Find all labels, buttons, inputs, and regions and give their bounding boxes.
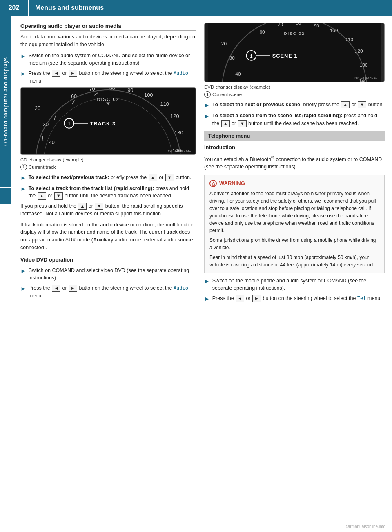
dvd-current-scene-label: Current scene bbox=[212, 92, 242, 97]
bullet-rapid-text: To select a track from the track list (r… bbox=[29, 185, 196, 200]
warning-box: △ WARNING A driver's attention to the ro… bbox=[204, 175, 385, 273]
bullet-arrow-mobile: ► bbox=[204, 277, 210, 286]
cd-caption: CD changer display (example) bbox=[20, 157, 196, 162]
prev-btn-tel: ◄ bbox=[236, 295, 244, 302]
dvd-current-scene: 1 Current scene bbox=[204, 91, 385, 98]
header-title: Menus and submenus bbox=[29, 4, 104, 11]
bullet-arrow-scene-list: ► bbox=[204, 112, 210, 121]
down-btn-info: ▼ bbox=[95, 203, 103, 210]
warning-text-2: Some jurisdictions prohibit the driver f… bbox=[209, 237, 379, 251]
side-tab: On-board computer and displays bbox=[0, 16, 11, 187]
up-btn-info: ▲ bbox=[78, 203, 87, 210]
bullet-press-audio: ► Press the ◄ or ► button on the steerin… bbox=[20, 69, 196, 85]
up-btn-scene-list: ▲ bbox=[221, 120, 230, 127]
svg-text:SCENE 1: SCENE 1 bbox=[272, 53, 298, 59]
up-btn-scene: ▲ bbox=[341, 101, 350, 108]
svg-text:1: 1 bbox=[68, 121, 70, 126]
header-bar: 202 Menus and submenus bbox=[0, 0, 392, 16]
audio-menu-label: Audio bbox=[174, 70, 188, 76]
audio-menu-video: Audio bbox=[174, 285, 188, 291]
warning-text-3: Bear in mind that at a speed of just 30 … bbox=[209, 254, 379, 268]
down-btn-scene-list: ▼ bbox=[238, 120, 247, 127]
down-btn-rapid: ▼ bbox=[54, 192, 63, 199]
tel-menu-label: Tel bbox=[357, 295, 366, 301]
bullet-arrow-video1: ► bbox=[20, 267, 26, 275]
video-section-title: Video DVD operation bbox=[20, 257, 196, 264]
svg-text:DISC 02: DISC 02 bbox=[284, 31, 305, 36]
bullet-video-switch: ► Switch on COMAND and select video DVD … bbox=[20, 267, 196, 282]
side-marker bbox=[0, 188, 11, 204]
svg-text:120: 120 bbox=[170, 113, 179, 119]
bullet-scene-list: ► To select a scene from the scene list … bbox=[204, 112, 385, 127]
page-number: 202 bbox=[0, 0, 29, 16]
svg-text:P54.32-88-7731: P54.32-88-7731 bbox=[168, 149, 191, 152]
bullet-select-scene-text: To select the next or previous scene: br… bbox=[212, 101, 385, 109]
prev-btn-icon: ◄ bbox=[52, 70, 60, 77]
cd-track-label: TRACK 3 bbox=[90, 120, 116, 126]
down-btn-icon: ▼ bbox=[165, 174, 174, 181]
svg-text:130: 130 bbox=[360, 62, 368, 68]
bullet-press-audio-text: Press the ◄ or ► button on the steering … bbox=[29, 69, 196, 85]
svg-text:80: 80 bbox=[296, 23, 301, 26]
svg-text:20: 20 bbox=[35, 105, 40, 111]
svg-text:70: 70 bbox=[278, 23, 283, 27]
dvd-display-image: 20 30 40 50 60 70 80 90 100 110 120 130 … bbox=[204, 23, 385, 82]
scene-circle-num: 1 bbox=[204, 91, 211, 98]
track-circle-num: 1 bbox=[20, 164, 27, 170]
warning-title: △ WARNING bbox=[209, 179, 379, 188]
svg-text:20: 20 bbox=[221, 41, 227, 47]
svg-text:P54.32-88-4831: P54.32-88-4831 bbox=[354, 76, 377, 80]
bullet-press-tel-text: Press the ◄ or ► button on the steering … bbox=[212, 295, 385, 302]
down-btn-scene: ▼ bbox=[358, 101, 366, 108]
introduction-title: Introduction bbox=[204, 144, 385, 152]
svg-text:130: 130 bbox=[174, 129, 183, 135]
bullet-rapid-scroll: ► To select a track from the track list … bbox=[20, 185, 196, 200]
cd-disc-label: DISC 02 bbox=[97, 96, 120, 101]
cd-gauge-svg: 20 30 40 50 60 70 80 90 100 110 120 130 … bbox=[21, 88, 196, 154]
cd-current-track: 1 Current track bbox=[20, 164, 196, 170]
svg-text:80: 80 bbox=[109, 88, 115, 91]
section-title: Operating audio player or audio media bbox=[20, 23, 196, 31]
svg-text:40: 40 bbox=[49, 139, 55, 145]
bullet-select-track: ► To select the next/previous track: bri… bbox=[20, 174, 196, 182]
intro-paragraph: You can establish a Bluetooth® connectio… bbox=[204, 154, 385, 171]
telephone-menu-header: Telephone menu bbox=[204, 131, 385, 141]
bullet-switch-mobile-text: Switch on the mobile phone and audio sys… bbox=[212, 277, 385, 293]
next-btn-icon: ► bbox=[69, 70, 77, 77]
watermark: carmanualsonline.info bbox=[346, 524, 385, 529]
right-column: 20 30 40 50 60 70 80 90 100 110 120 130 … bbox=[204, 23, 385, 306]
svg-text:60: 60 bbox=[260, 29, 265, 35]
cd-current-track-label: Current track bbox=[29, 165, 56, 170]
bullet-arrow-video2: ► bbox=[20, 284, 26, 293]
next-btn-video: ► bbox=[69, 285, 77, 292]
next-btn-tel: ► bbox=[252, 295, 261, 302]
bullet-arrow-icon2: ► bbox=[20, 69, 26, 78]
svg-text:1: 1 bbox=[250, 54, 252, 58]
up-btn-rapid: ▲ bbox=[38, 192, 46, 199]
svg-text:90: 90 bbox=[314, 23, 320, 29]
prev-btn-video: ◄ bbox=[52, 285, 60, 292]
bullet-scene-list-text: To select a scene from the scene list (r… bbox=[212, 112, 385, 127]
info-text-rapid: If you press and hold the ▲ or ▼ button,… bbox=[20, 202, 196, 218]
left-column: Operating audio player or audio media Au… bbox=[20, 23, 196, 306]
bullet-arrow-scene: ► bbox=[204, 101, 210, 110]
bullet-arrow-tel: ► bbox=[204, 295, 210, 303]
bullet-arrow-icon: ► bbox=[20, 52, 26, 60]
info-text-track: If track information is stored on the au… bbox=[20, 221, 196, 252]
warning-text-1: A driver's attention to the road must al… bbox=[209, 190, 379, 234]
bullet-select-scene: ► To select the next or previous scene: … bbox=[204, 101, 385, 110]
bullet-video-press-text: Press the ◄ or ► button on the steering … bbox=[29, 284, 196, 300]
main-content: Operating audio player or audio media Au… bbox=[11, 16, 392, 313]
bullet-video-switch-text: Switch on COMAND and select video DVD (s… bbox=[29, 267, 196, 282]
bullet-arrow-rapid: ► bbox=[20, 185, 26, 193]
intro-text: Audio data from various audio devices or… bbox=[20, 33, 196, 49]
bullet-select-track-text: To select the next/previous track: brief… bbox=[29, 174, 196, 181]
svg-text:100: 100 bbox=[144, 92, 153, 98]
bullet-press-tel: ► Press the ◄ or ► button on the steerin… bbox=[204, 295, 385, 303]
bullet-arrow-track: ► bbox=[20, 174, 26, 182]
warning-label: WARNING bbox=[219, 179, 245, 188]
warning-icon: △ bbox=[209, 180, 217, 187]
bullet-switch-audio: ► Switch on the audio system or COMAND a… bbox=[20, 52, 196, 67]
dvd-caption: DVD changer display (example) bbox=[204, 85, 385, 89]
bullet-video-press: ► Press the ◄ or ► button on the steerin… bbox=[20, 284, 196, 300]
